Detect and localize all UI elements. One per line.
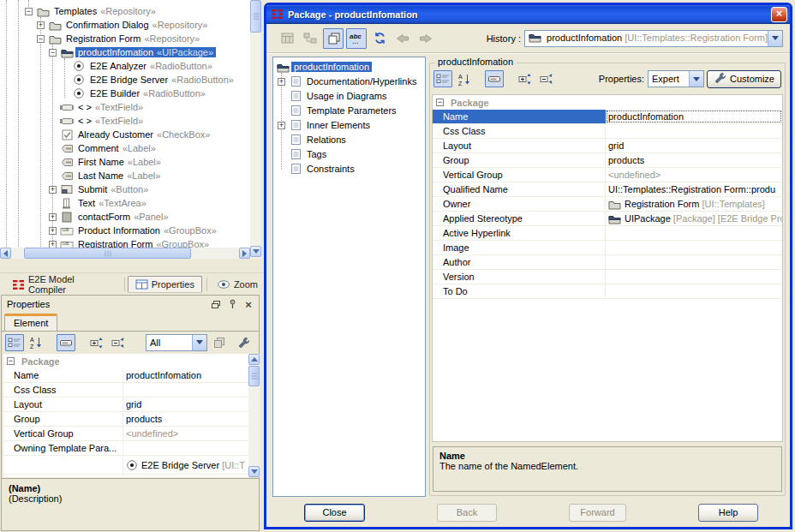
wrench-button[interactable] [234,334,253,351]
tree-row[interactable]: +Submit«Button» [0,182,151,196]
tree-view-button[interactable] [300,28,320,49]
property-row[interactable]: OwnerRegistration Form [UI::Templates] [433,197,782,212]
scroll-left-button[interactable] [0,248,11,259]
tree-item-label[interactable]: Inner Elements [304,120,373,130]
property-row[interactable]: NameproductInfomation [3,368,248,383]
tree-row[interactable]: Constraints [273,162,357,176]
property-row[interactable]: Author [433,255,782,270]
tree-row[interactable]: −Registration Form«Repository» [0,32,202,45]
view-tab-properties[interactable]: Properties [128,276,202,293]
tree-item-label[interactable]: Comment«Label» [75,143,158,153]
tree-item-label[interactable]: Template Parameters [304,105,399,116]
scroll-down-button[interactable] [248,466,260,477]
tree-expander-plus[interactable]: + [49,213,57,221]
property-value[interactable] [606,270,782,284]
tree-vertical-scrollbar[interactable] [250,0,261,259]
property-row[interactable]: Groupproducts [3,412,248,427]
expand-all-button[interactable] [87,334,105,351]
tree-item-label[interactable]: < >«TextField» [75,116,146,126]
property-row[interactable]: To Do [433,284,782,299]
tree-item-label[interactable]: E2E Analyzer«RadioButton» [87,61,215,71]
property-row[interactable]: Groupproducts [433,153,782,168]
tree-row[interactable]: First Name«Label» [0,155,164,169]
tree-item-label[interactable]: E2E Builder«RadioButton» [87,88,208,99]
close-button[interactable]: Close [304,504,365,522]
properties-mode-dropdown[interactable]: Expert [648,70,704,87]
tree-row[interactable]: Template Parameters [273,104,399,117]
sort-alpha-button[interactable]: AZ [27,334,45,351]
tree-item-label[interactable]: Tags [304,149,329,159]
show-fields-button[interactable] [485,70,504,87]
close-icon[interactable]: × [242,298,255,310]
tree-item-label[interactable]: < >«TextField» [75,102,146,112]
tree-item-label[interactable]: Text«TextArea» [75,198,149,208]
tree-item-label[interactable]: Constraints [304,164,357,174]
categorized-view-button[interactable] [5,334,24,351]
property-row[interactable]: Version [433,270,782,284]
tree-item-label[interactable]: productInfomation«UIPackage» [75,47,216,57]
tree-row[interactable]: < >«TextField» [0,100,146,114]
property-value[interactable]: <undefined> [123,427,248,440]
customize-button[interactable]: Customize [707,70,781,88]
view-tab-zoom[interactable]: Zoom [210,277,265,292]
property-value[interactable]: productInfomation [606,110,782,123]
tab-element[interactable]: Element [4,314,57,331]
property-value[interactable]: products [123,412,248,426]
tree-horizontal-scrollbar[interactable] [0,248,250,259]
tree-row[interactable]: +GBProduct Information«GroupBox» [0,224,219,237]
property-row[interactable]: Applied StereotypeUIPackage [Package] [E… [433,212,782,226]
property-value[interactable] [606,124,782,138]
tree-row[interactable]: −productInfomation«UIPackage» [0,45,216,59]
dropdown-arrow-icon[interactable] [192,335,206,350]
scrollbar-thumb[interactable] [248,366,260,386]
filter-dropdown[interactable]: All [146,334,207,351]
float-icon[interactable] [209,298,223,310]
property-value[interactable]: products [606,153,782,167]
tree-item-label[interactable]: contactForm«Panel» [75,212,171,222]
pin-icon[interactable] [225,298,239,310]
tree-row[interactable]: Relations [273,133,349,146]
tree-expander-plus[interactable]: + [49,227,57,235]
tree-item-label[interactable]: Last Name«Label» [75,170,163,181]
tree-row[interactable]: productInfomation [273,60,372,74]
dropdown-arrow-icon[interactable] [689,71,703,87]
tree-expander-minus[interactable]: − [37,35,45,43]
property-value[interactable]: <undefined> [606,168,782,182]
property-value[interactable] [606,284,782,298]
tree-expander-minus[interactable]: − [7,357,15,365]
copy-view-button[interactable] [323,28,344,49]
tree-item-label[interactable]: productInfomation [291,62,372,72]
property-value[interactable] [123,441,248,455]
tree-row[interactable]: +Confirmation Dialog«Repository» [0,18,210,32]
property-group-header[interactable]: −Package [3,354,248,368]
tree-row[interactable]: +Documentation/Hyperlinks [273,75,419,88]
tree-row[interactable]: E2E Builder«RadioButton» [0,87,208,100]
tree-row[interactable]: Usage in Diagrams [273,89,390,103]
show-fields-button[interactable] [57,334,75,351]
tree-expander-plus[interactable]: + [278,78,285,86]
tree-item-label[interactable]: Confirmation Dialog«Repository» [63,20,210,30]
view-tab-e2e-model-compiler[interactable]: E2E Model Compiler [5,272,120,297]
property-value[interactable] [123,383,248,397]
property-group-header[interactable]: −Package [433,95,782,110]
property-row[interactable]: Layoutgrid [3,398,248,412]
scroll-down-button[interactable] [250,246,261,257]
property-value[interactable]: UI::Templates::Registration Form::produ [606,182,782,196]
property-row[interactable]: Qualified NameUI::Templates::Registratio… [433,182,782,197]
collapse-all-button[interactable] [108,334,127,351]
property-value[interactable]: grid [606,139,782,152]
tree-row[interactable]: Last Name«Label» [0,169,163,182]
property-value[interactable]: UIPackage [Package] [E2E Bridge Pro [606,212,782,225]
tree-item-label[interactable]: Documentation/Hyperlinks [304,76,419,87]
tree-expander-plus[interactable]: + [49,186,57,194]
tree-item-label[interactable]: Templates«Repository» [51,6,158,16]
tree-row[interactable]: +contactForm«Panel» [0,210,171,224]
scroll-up-button[interactable] [248,354,260,365]
property-value[interactable]: grid [123,398,248,411]
tree-row[interactable]: +Inner Elements [273,118,373,132]
help-button[interactable]: Help [698,504,758,522]
tree-item-label[interactable]: E2E Bridge Server«RadioButton» [87,75,236,85]
property-row[interactable]: NameproductInfomation [433,110,782,124]
tree-item-label[interactable]: Registration Form«Repository» [63,33,202,44]
scroll-right-button[interactable] [239,248,250,259]
